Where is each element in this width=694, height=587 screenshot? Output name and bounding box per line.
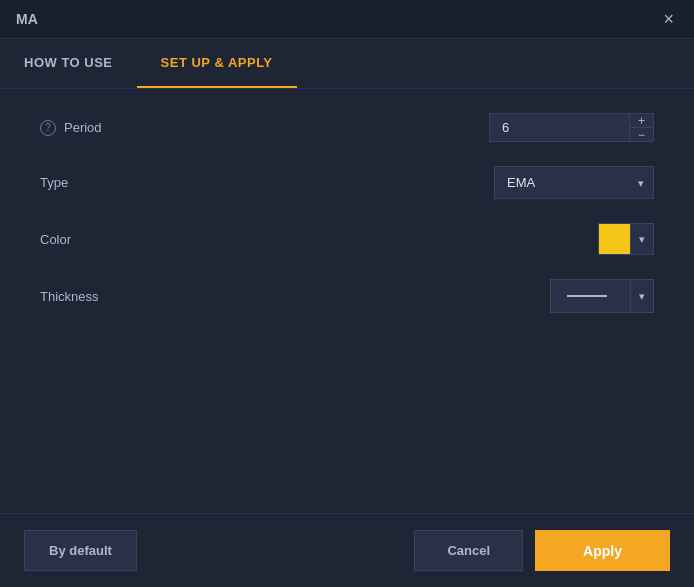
- type-select-wrap: EMA SMA WMA VWMA SMMA ▾: [494, 166, 654, 199]
- thickness-row: Thickness ▾: [40, 279, 654, 313]
- apply-button[interactable]: Apply: [535, 530, 670, 571]
- period-input[interactable]: [489, 113, 629, 142]
- period-decrement-button[interactable]: −: [630, 128, 653, 141]
- color-control: ▾: [240, 223, 654, 255]
- color-swatch[interactable]: [598, 223, 630, 255]
- thickness-dropdown-arrow-icon: ▾: [639, 290, 645, 303]
- by-default-button[interactable]: By default: [24, 530, 137, 571]
- period-row: ? Period + −: [40, 113, 654, 142]
- thickness-picker-wrap: ▾: [550, 279, 654, 313]
- period-label: Period: [64, 120, 102, 135]
- thickness-label: Thickness: [40, 289, 99, 304]
- dialog-title: MA: [16, 11, 38, 27]
- thickness-dropdown-button[interactable]: ▾: [630, 279, 654, 313]
- form-content: ? Period + −: [0, 89, 694, 513]
- dialog: MA × HOW TO USE SET UP & APPLY ? Period: [0, 0, 694, 587]
- color-picker-wrap: ▾: [598, 223, 654, 255]
- color-dropdown-button[interactable]: ▾: [630, 223, 654, 255]
- cancel-button[interactable]: Cancel: [414, 530, 523, 571]
- period-control: + −: [240, 113, 654, 142]
- type-select[interactable]: EMA SMA WMA VWMA SMMA: [494, 166, 654, 199]
- color-dropdown-arrow-icon: ▾: [639, 233, 645, 246]
- period-increment-button[interactable]: +: [630, 114, 653, 128]
- type-label-col: Type: [40, 175, 240, 190]
- tabs-bar: HOW TO USE SET UP & APPLY: [0, 39, 694, 89]
- color-row: Color ▾: [40, 223, 654, 255]
- thickness-line-preview: [567, 295, 607, 297]
- thickness-control: ▾: [240, 279, 654, 313]
- thickness-label-col: Thickness: [40, 289, 240, 304]
- tab-how-to-use[interactable]: HOW TO USE: [0, 39, 137, 88]
- footer-right-buttons: Cancel Apply: [414, 530, 670, 571]
- type-row: Type EMA SMA WMA VWMA SMMA ▾: [40, 166, 654, 199]
- tab-set-up-apply[interactable]: SET UP & APPLY: [137, 39, 297, 88]
- dialog-header: MA ×: [0, 0, 694, 39]
- type-label: Type: [40, 175, 68, 190]
- color-label-col: Color: [40, 232, 240, 247]
- dialog-footer: By default Cancel Apply: [0, 513, 694, 587]
- close-button[interactable]: ×: [659, 8, 678, 30]
- color-label: Color: [40, 232, 71, 247]
- period-spinner: + −: [629, 113, 654, 142]
- type-control: EMA SMA WMA VWMA SMMA ▾: [240, 166, 654, 199]
- period-input-wrap: + −: [489, 113, 654, 142]
- thickness-box[interactable]: [550, 279, 630, 313]
- period-label-col: ? Period: [40, 120, 240, 136]
- period-help-icon[interactable]: ?: [40, 120, 56, 136]
